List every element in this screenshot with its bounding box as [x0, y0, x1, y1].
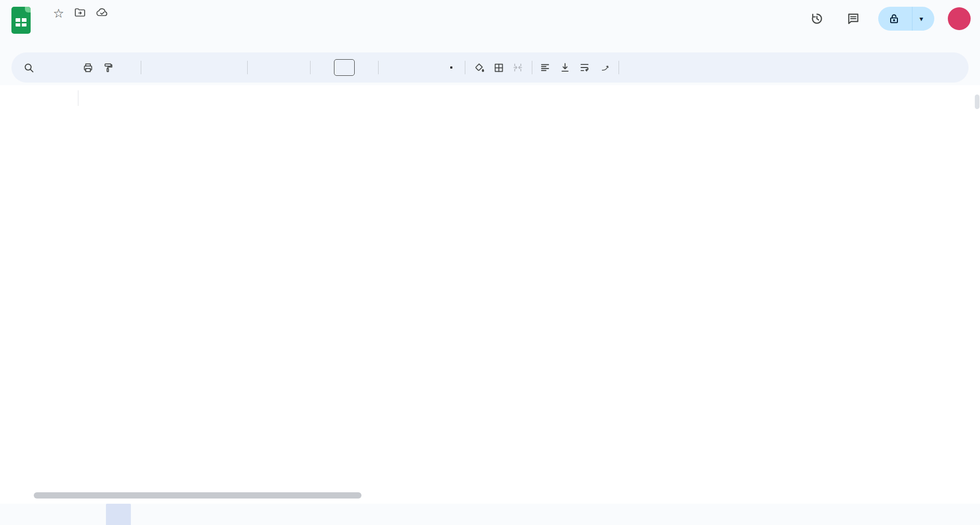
sheets-logo-icon[interactable]: [11, 7, 31, 34]
print-button[interactable]: [78, 57, 98, 78]
divider: [619, 61, 619, 74]
share-button[interactable]: ▾: [878, 7, 934, 31]
cloud-saved-icon[interactable]: [96, 6, 109, 21]
fill-color-button[interactable]: [469, 57, 489, 78]
redo-button[interactable]: [58, 57, 78, 78]
divider: [78, 90, 78, 106]
merge-cells-button[interactable]: [508, 57, 528, 78]
decrease-font-size-button[interactable]: [314, 57, 334, 78]
divider: [247, 61, 248, 74]
borders-button[interactable]: [489, 57, 508, 78]
comments-icon[interactable]: [842, 7, 865, 30]
currency-format-button[interactable]: [145, 57, 165, 78]
sheet-tab-sheet1[interactable]: [106, 504, 131, 525]
percent-format-button[interactable]: [165, 57, 184, 78]
increase-font-size-button[interactable]: [355, 57, 374, 78]
divider: [532, 61, 532, 74]
number-format-button[interactable]: [224, 57, 244, 78]
vertical-scrollbar-thumb[interactable]: [975, 95, 979, 109]
move-folder-icon[interactable]: [74, 6, 86, 21]
version-history-icon[interactable]: [806, 7, 828, 30]
italic-button[interactable]: [402, 57, 422, 78]
horizontal-scrollbar[interactable]: [0, 491, 980, 500]
divider: [141, 61, 141, 74]
horizontal-scrollbar-thumb[interactable]: [34, 492, 361, 499]
bold-button[interactable]: [382, 57, 402, 78]
divider: [465, 61, 465, 74]
paint-format-button[interactable]: [98, 57, 117, 78]
logo-grid: [16, 18, 26, 26]
share-dropdown-caret[interactable]: ▾: [912, 15, 930, 23]
spreadsheet-grid: [0, 111, 980, 491]
vertical-align-button[interactable]: [556, 57, 575, 78]
font-family-select[interactable]: [251, 57, 306, 78]
search-icon[interactable]: [19, 57, 38, 78]
star-icon[interactable]: ☆: [53, 6, 64, 21]
strikethrough-button[interactable]: [422, 57, 441, 78]
font-size-input[interactable]: [334, 59, 355, 76]
decrease-decimal-button[interactable]: [184, 57, 204, 78]
toolbar: [11, 52, 969, 83]
sheet-bar: [0, 504, 980, 525]
horizontal-align-button[interactable]: [536, 57, 556, 78]
divider: [310, 61, 311, 74]
divider: [378, 61, 379, 74]
text-color-button[interactable]: [441, 57, 461, 78]
undo-button[interactable]: [38, 57, 58, 78]
logo-fold: [25, 7, 31, 12]
zoom-select[interactable]: [117, 57, 137, 78]
increase-decimal-button[interactable]: [204, 57, 224, 78]
more-options-button[interactable]: [623, 57, 642, 78]
formula-bar: [0, 85, 980, 111]
hide-menus-button[interactable]: [939, 57, 959, 78]
text-wrapping-button[interactable]: [575, 57, 595, 78]
account-avatar[interactable]: [948, 7, 971, 30]
text-rotation-button[interactable]: [595, 57, 615, 78]
text-color-label: [450, 66, 452, 69]
